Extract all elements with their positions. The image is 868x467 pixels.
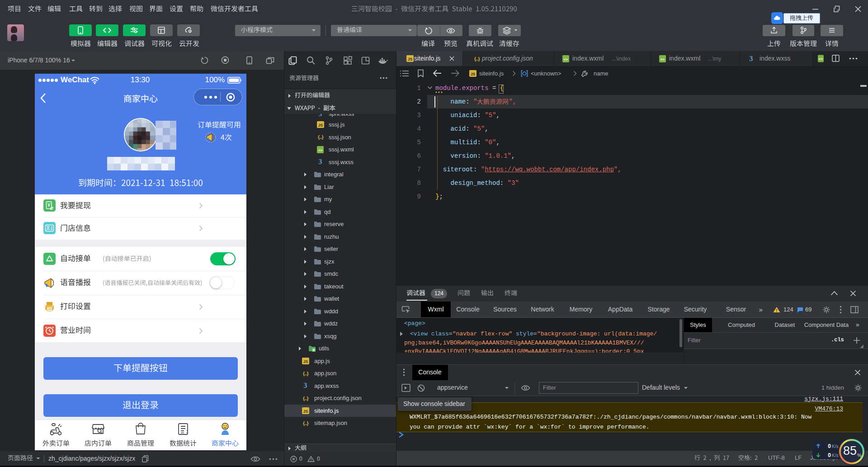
svg-text:JS: JS	[471, 71, 476, 76]
svg-text:JS: JS	[318, 123, 323, 127]
svg-text:JS: JS	[408, 57, 413, 61]
svg-text:JS: JS	[303, 409, 308, 413]
svg-text:<>: <>	[318, 148, 323, 152]
svg-text:3: 3	[750, 55, 753, 62]
svg-text:{..}: {..}	[303, 420, 308, 426]
svg-text:<>: <>	[819, 57, 823, 61]
svg-text:<>: <>	[564, 57, 568, 61]
svg-text:{..}: {..}	[474, 56, 480, 61]
svg-text:<>: <>	[660, 57, 665, 61]
svg-text:3: 3	[319, 114, 322, 118]
svg-text:JS: JS	[303, 359, 308, 363]
svg-text:{..}: {..}	[303, 396, 308, 401]
svg-text:3: 3	[319, 158, 322, 165]
svg-text:{..}: {..}	[318, 134, 323, 140]
svg-text:{..}: {..}	[303, 371, 308, 376]
svg-text:3: 3	[304, 382, 307, 389]
